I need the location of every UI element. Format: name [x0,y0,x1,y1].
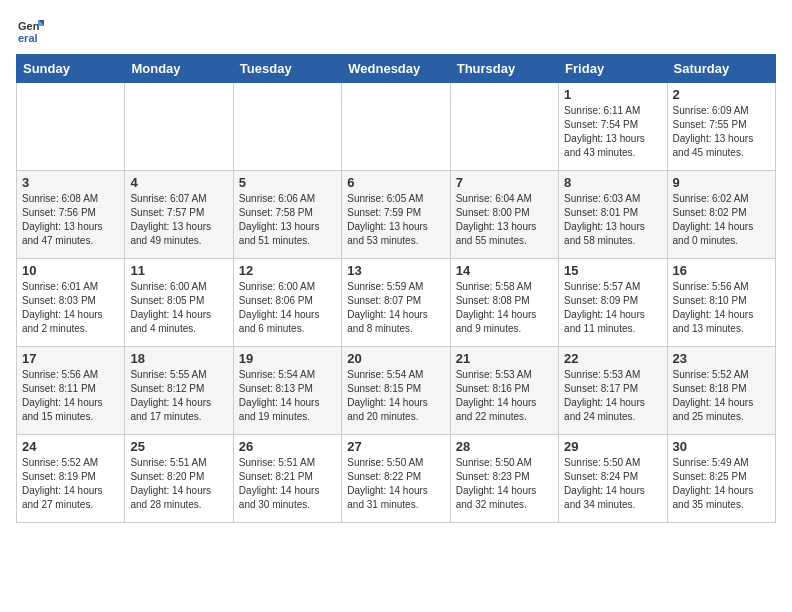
calendar-cell-w2-d7: 9Sunrise: 6:02 AM Sunset: 8:02 PM Daylig… [667,171,775,259]
day-info: Sunrise: 6:09 AM Sunset: 7:55 PM Dayligh… [673,104,770,160]
calendar-cell-w5-d4: 27Sunrise: 5:50 AM Sunset: 8:22 PM Dayli… [342,435,450,523]
calendar-cell-w4-d1: 17Sunrise: 5:56 AM Sunset: 8:11 PM Dayli… [17,347,125,435]
calendar-cell-w3-d3: 12Sunrise: 6:00 AM Sunset: 8:06 PM Dayli… [233,259,341,347]
calendar-cell-w3-d5: 14Sunrise: 5:58 AM Sunset: 8:08 PM Dayli… [450,259,558,347]
week-row-4: 17Sunrise: 5:56 AM Sunset: 8:11 PM Dayli… [17,347,776,435]
calendar-cell-w3-d4: 13Sunrise: 5:59 AM Sunset: 8:07 PM Dayli… [342,259,450,347]
day-number: 18 [130,351,227,366]
day-number: 25 [130,439,227,454]
day-info: Sunrise: 5:57 AM Sunset: 8:09 PM Dayligh… [564,280,661,336]
day-info: Sunrise: 5:49 AM Sunset: 8:25 PM Dayligh… [673,456,770,512]
day-number: 6 [347,175,444,190]
calendar-cell-w4-d5: 21Sunrise: 5:53 AM Sunset: 8:16 PM Dayli… [450,347,558,435]
calendar-cell-w1-d6: 1Sunrise: 6:11 AM Sunset: 7:54 PM Daylig… [559,83,667,171]
weekday-header-wednesday: Wednesday [342,55,450,83]
day-info: Sunrise: 6:01 AM Sunset: 8:03 PM Dayligh… [22,280,119,336]
svg-text:Gen: Gen [18,20,40,32]
weekday-header-saturday: Saturday [667,55,775,83]
day-info: Sunrise: 5:54 AM Sunset: 8:15 PM Dayligh… [347,368,444,424]
day-info: Sunrise: 5:51 AM Sunset: 8:21 PM Dayligh… [239,456,336,512]
calendar-cell-w2-d5: 7Sunrise: 6:04 AM Sunset: 8:00 PM Daylig… [450,171,558,259]
calendar-cell-w5-d6: 29Sunrise: 5:50 AM Sunset: 8:24 PM Dayli… [559,435,667,523]
calendar-cell-w5-d1: 24Sunrise: 5:52 AM Sunset: 8:19 PM Dayli… [17,435,125,523]
weekday-header-row: SundayMondayTuesdayWednesdayThursdayFrid… [17,55,776,83]
calendar-cell-w1-d1 [17,83,125,171]
day-number: 22 [564,351,661,366]
calendar-cell-w5-d3: 26Sunrise: 5:51 AM Sunset: 8:21 PM Dayli… [233,435,341,523]
day-number: 26 [239,439,336,454]
day-number: 2 [673,87,770,102]
calendar-cell-w5-d2: 25Sunrise: 5:51 AM Sunset: 8:20 PM Dayli… [125,435,233,523]
day-number: 27 [347,439,444,454]
day-info: Sunrise: 6:04 AM Sunset: 8:00 PM Dayligh… [456,192,553,248]
day-number: 9 [673,175,770,190]
day-info: Sunrise: 5:52 AM Sunset: 8:19 PM Dayligh… [22,456,119,512]
calendar-cell-w4-d3: 19Sunrise: 5:54 AM Sunset: 8:13 PM Dayli… [233,347,341,435]
day-number: 13 [347,263,444,278]
day-info: Sunrise: 5:50 AM Sunset: 8:24 PM Dayligh… [564,456,661,512]
logo-icon: Gen eral [16,16,44,44]
day-number: 10 [22,263,119,278]
day-number: 17 [22,351,119,366]
calendar-cell-w1-d7: 2Sunrise: 6:09 AM Sunset: 7:55 PM Daylig… [667,83,775,171]
day-number: 8 [564,175,661,190]
calendar-cell-w4-d4: 20Sunrise: 5:54 AM Sunset: 8:15 PM Dayli… [342,347,450,435]
day-number: 16 [673,263,770,278]
day-info: Sunrise: 5:52 AM Sunset: 8:18 PM Dayligh… [673,368,770,424]
calendar-cell-w3-d1: 10Sunrise: 6:01 AM Sunset: 8:03 PM Dayli… [17,259,125,347]
calendar-cell-w1-d4 [342,83,450,171]
day-info: Sunrise: 6:00 AM Sunset: 8:06 PM Dayligh… [239,280,336,336]
calendar-cell-w4-d7: 23Sunrise: 5:52 AM Sunset: 8:18 PM Dayli… [667,347,775,435]
calendar-cell-w5-d5: 28Sunrise: 5:50 AM Sunset: 8:23 PM Dayli… [450,435,558,523]
day-number: 12 [239,263,336,278]
calendar-cell-w3-d6: 15Sunrise: 5:57 AM Sunset: 8:09 PM Dayli… [559,259,667,347]
day-number: 30 [673,439,770,454]
week-row-5: 24Sunrise: 5:52 AM Sunset: 8:19 PM Dayli… [17,435,776,523]
day-info: Sunrise: 5:56 AM Sunset: 8:11 PM Dayligh… [22,368,119,424]
weekday-header-sunday: Sunday [17,55,125,83]
day-info: Sunrise: 6:06 AM Sunset: 7:58 PM Dayligh… [239,192,336,248]
calendar-cell-w2-d6: 8Sunrise: 6:03 AM Sunset: 8:01 PM Daylig… [559,171,667,259]
week-row-1: 1Sunrise: 6:11 AM Sunset: 7:54 PM Daylig… [17,83,776,171]
day-number: 29 [564,439,661,454]
weekday-header-tuesday: Tuesday [233,55,341,83]
calendar-cell-w1-d2 [125,83,233,171]
day-info: Sunrise: 5:50 AM Sunset: 8:22 PM Dayligh… [347,456,444,512]
calendar-cell-w4-d2: 18Sunrise: 5:55 AM Sunset: 8:12 PM Dayli… [125,347,233,435]
day-info: Sunrise: 5:54 AM Sunset: 8:13 PM Dayligh… [239,368,336,424]
day-number: 5 [239,175,336,190]
day-number: 24 [22,439,119,454]
day-number: 23 [673,351,770,366]
day-info: Sunrise: 5:50 AM Sunset: 8:23 PM Dayligh… [456,456,553,512]
calendar-cell-w4-d6: 22Sunrise: 5:53 AM Sunset: 8:17 PM Dayli… [559,347,667,435]
weekday-header-friday: Friday [559,55,667,83]
calendar-table: SundayMondayTuesdayWednesdayThursdayFrid… [16,54,776,523]
day-info: Sunrise: 6:11 AM Sunset: 7:54 PM Dayligh… [564,104,661,160]
calendar-cell-w1-d5 [450,83,558,171]
day-number: 1 [564,87,661,102]
day-info: Sunrise: 6:02 AM Sunset: 8:02 PM Dayligh… [673,192,770,248]
day-info: Sunrise: 5:51 AM Sunset: 8:20 PM Dayligh… [130,456,227,512]
day-info: Sunrise: 6:05 AM Sunset: 7:59 PM Dayligh… [347,192,444,248]
calendar-cell-w2-d1: 3Sunrise: 6:08 AM Sunset: 7:56 PM Daylig… [17,171,125,259]
weekday-header-thursday: Thursday [450,55,558,83]
logo: Gen eral [16,16,46,44]
svg-text:eral: eral [18,32,38,44]
day-info: Sunrise: 6:08 AM Sunset: 7:56 PM Dayligh… [22,192,119,248]
calendar-cell-w2-d2: 4Sunrise: 6:07 AM Sunset: 7:57 PM Daylig… [125,171,233,259]
day-number: 15 [564,263,661,278]
day-info: Sunrise: 6:00 AM Sunset: 8:05 PM Dayligh… [130,280,227,336]
calendar-cell-w3-d7: 16Sunrise: 5:56 AM Sunset: 8:10 PM Dayli… [667,259,775,347]
calendar-cell-w2-d3: 5Sunrise: 6:06 AM Sunset: 7:58 PM Daylig… [233,171,341,259]
day-info: Sunrise: 5:59 AM Sunset: 8:07 PM Dayligh… [347,280,444,336]
weekday-header-monday: Monday [125,55,233,83]
day-number: 19 [239,351,336,366]
day-info: Sunrise: 5:53 AM Sunset: 8:16 PM Dayligh… [456,368,553,424]
day-info: Sunrise: 6:03 AM Sunset: 8:01 PM Dayligh… [564,192,661,248]
calendar-cell-w1-d3 [233,83,341,171]
day-number: 28 [456,439,553,454]
day-info: Sunrise: 6:07 AM Sunset: 7:57 PM Dayligh… [130,192,227,248]
day-info: Sunrise: 5:58 AM Sunset: 8:08 PM Dayligh… [456,280,553,336]
day-number: 4 [130,175,227,190]
day-number: 21 [456,351,553,366]
